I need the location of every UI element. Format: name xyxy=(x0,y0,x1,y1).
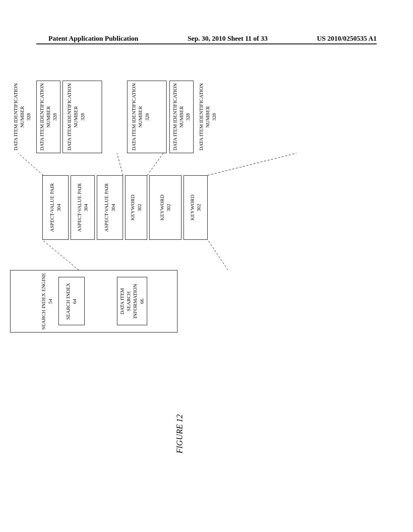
aspect-value-pair-box-2: ASPECT-VALUE PAIR 304 xyxy=(71,175,95,240)
data-item-id-1: DATA ITEM IDENTIFICATION NUMBER 328 xyxy=(10,81,34,153)
svg-line-1 xyxy=(208,240,228,270)
svg-line-2 xyxy=(18,153,43,175)
page-header: Patent Application Publication Sep. 30, … xyxy=(0,35,413,43)
figure-label: FIGURE 12 xyxy=(175,414,184,453)
keyword-box-2: KEYWORD 302 xyxy=(149,175,181,240)
aspect-value-pair-box-1: ASPECT-VALUE PAIR 304 xyxy=(42,175,69,240)
header-divider xyxy=(36,44,377,44)
aspect-value-pair-box-3: ASPECT-VALUE PAIR 304 xyxy=(97,175,123,240)
header-center: Sep. 30, 2010 Sheet 11 of 33 xyxy=(188,35,267,43)
svg-line-4 xyxy=(117,153,123,175)
data-item-id-6: DATA ITEM IDENTIFICATION NUMBER 328 xyxy=(196,81,220,153)
data-item-search-info-box: DATA ITEM SEARCH INFORMATION 66 xyxy=(117,277,147,326)
search-index-engine-label: SEARCH INDEX ENGINE 54 xyxy=(40,273,54,330)
keyword-box-1: KEYWORD 302 xyxy=(125,175,147,240)
data-item-id-box-4: DATA ITEM IDENTIFICATION NUMBER 328 xyxy=(127,81,167,153)
svg-line-3 xyxy=(208,153,296,175)
diagram: SEARCH INDEX ENGINE 54 SEARCH INDEX 64 D… xyxy=(10,95,317,332)
search-index-engine-box: SEARCH INDEX ENGINE 54 SEARCH INDEX 64 D… xyxy=(10,270,177,332)
keyword-box-3: KEYWORD 302 xyxy=(184,175,208,240)
svg-line-5 xyxy=(147,153,163,175)
svg-line-0 xyxy=(42,240,79,270)
data-item-id-box-5: DATA ITEM IDENTIFICATION NUMBER 328 xyxy=(169,81,194,153)
data-item-id-box-3: DATA ITEM IDENTIFICATION NUMBER 328 xyxy=(63,81,102,153)
header-right: US 2010/0250535 A1 xyxy=(317,35,377,43)
search-index-box: SEARCH INDEX 64 xyxy=(58,277,85,326)
data-item-id-box-2: DATA ITEM IDENTIFICATION NUMBER 328 xyxy=(36,81,60,153)
header-left: Patent Application Publication xyxy=(48,35,138,43)
